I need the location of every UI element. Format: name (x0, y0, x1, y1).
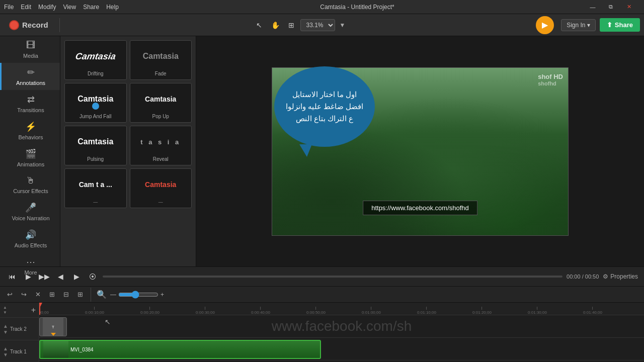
add-track-button[interactable]: + (31, 306, 36, 315)
annotation-pulsing[interactable]: Camtasia Pulsing (64, 126, 127, 165)
prev-marker-button[interactable]: ◀ (54, 270, 66, 283)
track1-label-text: Track 1 (10, 349, 27, 354)
menu-view[interactable]: View (63, 4, 76, 11)
fade-preview-text: Camtasia (143, 52, 179, 61)
playhead[interactable] (39, 303, 40, 315)
sidebar-item-media[interactable]: 🎞 Media (0, 36, 60, 63)
add-marker-button[interactable]: ⦿ (87, 270, 99, 283)
menu-file[interactable]: File (4, 4, 14, 11)
sidebar-item-transitions[interactable]: ⇄ Transitions (0, 90, 60, 117)
play-preview-button[interactable]: ▶ (536, 16, 554, 34)
sidebar-item-behaviors[interactable]: ⚡ Behaviors (0, 117, 60, 144)
expand-down-icon[interactable]: ▼ (3, 310, 7, 315)
sign-in-label: Sign In (567, 22, 585, 29)
properties-label: Properties (610, 273, 638, 280)
close-button[interactable]: ✕ (625, 3, 633, 11)
toolbar-separator (59, 18, 60, 32)
share-button[interactable]: ⬆ Share (600, 18, 640, 32)
zoom-select[interactable]: 33.1% (300, 19, 335, 31)
track1-expand-icon[interactable]: ▲ (3, 346, 8, 351)
sidebar-item-audio-effects[interactable]: 🔊 Audio Effects (0, 225, 60, 252)
timeline-toolbar: ↩ ↪ ✕ ⊞ ⊟ ⊞ 🔍 — + (0, 287, 644, 303)
annotation-slide1[interactable]: Cam t a ... — (64, 168, 127, 208)
annotations-label: Annotations (16, 80, 45, 86)
speech-bubble-text: اول ما اختار الاستايل افضل ضاغط عليه وان… (286, 88, 364, 125)
select-tool-button[interactable]: ↖ (252, 18, 266, 32)
animations-label: Animations (17, 161, 44, 167)
ruler-mark-0: 0:00:00;00 (39, 307, 49, 315)
main-area: 🎞 Media ✏ Annotations ⇄ Transitions ⚡ Be… (0, 36, 644, 266)
track2-clip[interactable]: T (39, 317, 67, 336)
annotation-slide2[interactable]: Camtasia — (130, 168, 192, 208)
annotation-jump-and-fall[interactable]: Camtasia Jump And Fall (64, 83, 127, 123)
playback-bar: ⏮ ▶ ▶▶ ◀ ▶ ⦿ 00:00 / 00:50 ⚙ Properties (0, 266, 644, 287)
drifting-label: Drifting (88, 71, 104, 76)
maximize-button[interactable]: ⧉ (607, 3, 615, 11)
track1-collapse-icon[interactable]: ▼ (3, 352, 8, 357)
ruler-mark-40: 0:00:40;00 (251, 307, 270, 315)
play-forward-button[interactable]: ▶▶ (38, 270, 50, 283)
cursor-in-track2: ↖ (105, 318, 111, 326)
split-button[interactable]: ⊞ (74, 289, 86, 300)
url-overlay[interactable]: https://www.facebook.com/shofhd (363, 201, 477, 215)
minimize-button[interactable]: — (589, 3, 597, 11)
pop-up-label: Pop Up (152, 114, 169, 119)
redo-button[interactable]: ↪ (18, 289, 29, 300)
delete-button[interactable]: ✕ (32, 289, 43, 300)
total-time: 00:50 (585, 274, 599, 280)
copy-button[interactable]: ⊞ (46, 289, 57, 300)
menu-modify[interactable]: Modify (38, 4, 56, 11)
sidebar-item-voice-narration[interactable]: 🎤 Voice Narration (0, 198, 60, 225)
fade-label: Fade (155, 71, 167, 76)
reveal-preview-text: t a s i a (140, 138, 181, 146)
ruler-mark-30: 0:00:30;00 (196, 307, 215, 315)
sign-in-button[interactable]: Sign In ▾ (561, 19, 596, 31)
transitions-label: Transitions (17, 107, 44, 113)
slide2-preview: Camtasia (133, 172, 189, 197)
crop-tool-button[interactable]: ⊞ (284, 18, 298, 32)
sidebar-item-animations[interactable]: 🎬 Animations (0, 144, 60, 171)
track2-expand-icon[interactable]: ▲ (3, 323, 8, 329)
annotation-pop-up[interactable]: Camtasia Pop Up (130, 83, 192, 123)
play-preview-icon: ▶ (542, 20, 548, 30)
playback-progress-bar[interactable] (103, 276, 562, 278)
zoom-minus-icon: — (110, 291, 116, 298)
undo-button[interactable]: ↩ (4, 289, 15, 300)
ruler-mark-20: 0:00:20;00 (140, 307, 159, 315)
track2-collapse-icon[interactable]: ▼ (3, 329, 8, 335)
track1-label: ▲ ▼ Track 1 (0, 340, 39, 362)
ruler-mark-140: 0:01:40;00 (583, 307, 602, 315)
toolbar-tools: ↖ ✋ ⊞ 33.1% ▼ (66, 18, 532, 32)
play-pause-button[interactable]: ▶ (22, 270, 34, 283)
audio-effects-icon: 🔊 (25, 229, 36, 240)
sidebar-item-annotations[interactable]: ✏ Annotations (0, 63, 60, 90)
pulsing-preview: Camtasia (68, 129, 123, 154)
menu-share[interactable]: Share (83, 4, 99, 11)
track1-clip[interactable]: MVI_0384 (39, 340, 321, 359)
track-expand-controls: ▲ ▼ (3, 305, 7, 315)
sidebar-item-cursor-effects[interactable]: 🖱 Cursor Effects (0, 171, 60, 198)
slide1-preview: Cam t a ... (68, 172, 123, 197)
annotation-fade[interactable]: Camtasia Fade (130, 40, 192, 80)
next-marker-button[interactable]: ▶ (70, 270, 83, 283)
menu-help[interactable]: Help (106, 4, 119, 11)
pan-tool-button[interactable]: ✋ (268, 18, 282, 32)
ruler-mark-110: 0:01:10;00 (417, 307, 436, 315)
record-button[interactable]: Record (4, 18, 53, 32)
share-icon: ⬆ (607, 21, 612, 29)
pulsing-preview-text: Camtasia (77, 137, 113, 146)
properties-button[interactable]: ⚙ Properties (603, 273, 638, 280)
paste-button[interactable]: ⊟ (60, 289, 71, 300)
menu-edit[interactable]: Edit (21, 4, 31, 11)
zoom-in-button[interactable]: 🔍 (96, 289, 107, 300)
url-text: https://www.facebook.com/shofhd (371, 204, 469, 212)
track1-expand: ▲ ▼ (3, 346, 8, 357)
properties-gear-icon: ⚙ (603, 273, 608, 280)
annotation-reveal[interactable]: t a s i a Reveal (130, 126, 192, 165)
timeline-watermark: www.facebook.com/sh (272, 318, 412, 334)
zoom-range-input[interactable] (118, 291, 158, 299)
step-back-button[interactable]: ⏮ (6, 270, 18, 283)
expand-up-icon[interactable]: ▲ (3, 305, 7, 310)
zoom-slider-container: — + (110, 291, 164, 299)
annotation-drifting[interactable]: Camtasia Drifting (64, 40, 127, 80)
